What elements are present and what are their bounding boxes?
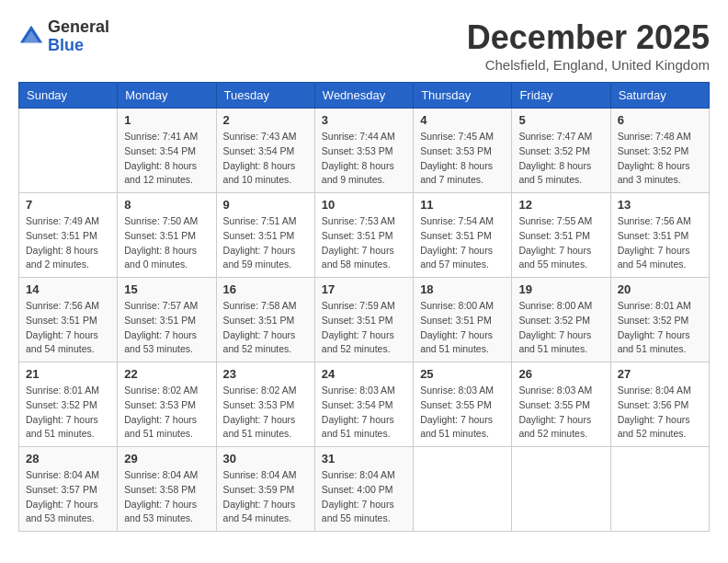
- calendar-cell: 24Sunrise: 8:03 AMSunset: 3:54 PMDayligh…: [314, 362, 413, 447]
- day-number: 31: [322, 452, 406, 465]
- day-info: Sunrise: 7:41 AMSunset: 3:54 PMDaylight:…: [124, 130, 209, 188]
- calendar-week-row: 21Sunrise: 8:01 AMSunset: 3:52 PMDayligh…: [19, 362, 710, 447]
- day-info: Sunrise: 7:50 AMSunset: 3:51 PMDaylight:…: [124, 214, 209, 272]
- day-number: 27: [618, 367, 702, 381]
- calendar-header-row: SundayMondayTuesdayWednesdayThursdayFrid…: [19, 83, 710, 109]
- day-info: Sunrise: 8:03 AMSunset: 3:55 PMDaylight:…: [420, 384, 505, 442]
- day-info: Sunrise: 8:04 AMSunset: 3:58 PMDaylight:…: [124, 468, 209, 526]
- day-number: 13: [618, 198, 702, 212]
- calendar-cell: 9Sunrise: 7:51 AMSunset: 3:51 PMDaylight…: [216, 193, 314, 278]
- calendar-cell: 25Sunrise: 8:03 AMSunset: 3:55 PMDayligh…: [414, 362, 512, 447]
- day-number: 24: [322, 367, 406, 381]
- calendar-cell: 30Sunrise: 8:04 AMSunset: 3:59 PMDayligh…: [216, 447, 314, 532]
- day-info: Sunrise: 7:53 AMSunset: 3:51 PMDaylight:…: [322, 214, 406, 272]
- day-info: Sunrise: 8:01 AMSunset: 3:52 PMDaylight:…: [618, 299, 702, 357]
- calendar-cell: 26Sunrise: 8:03 AMSunset: 3:55 PMDayligh…: [512, 362, 610, 447]
- day-number: 25: [420, 367, 505, 381]
- logo-icon: [18, 24, 44, 50]
- calendar-cell: [512, 447, 610, 532]
- day-info: Sunrise: 8:00 AMSunset: 3:51 PMDaylight:…: [420, 299, 505, 357]
- day-number: 1: [124, 113, 209, 127]
- day-of-week-header: Tuesday: [216, 83, 314, 109]
- calendar-cell: 6Sunrise: 7:48 AMSunset: 3:52 PMDaylight…: [610, 109, 709, 193]
- day-info: Sunrise: 7:45 AMSunset: 3:53 PMDaylight:…: [420, 130, 505, 188]
- calendar-week-row: 14Sunrise: 7:56 AMSunset: 3:51 PMDayligh…: [19, 278, 710, 362]
- day-number: 28: [26, 452, 110, 465]
- day-number: 7: [26, 198, 110, 212]
- calendar-cell: 16Sunrise: 7:58 AMSunset: 3:51 PMDayligh…: [216, 278, 314, 362]
- day-number: 23: [223, 367, 308, 381]
- calendar-cell: 4Sunrise: 7:45 AMSunset: 3:53 PMDaylight…: [414, 109, 512, 193]
- day-of-week-header: Monday: [118, 83, 216, 109]
- day-number: 12: [518, 198, 603, 212]
- calendar-cell: 11Sunrise: 7:54 AMSunset: 3:51 PMDayligh…: [414, 193, 512, 278]
- day-info: Sunrise: 8:02 AMSunset: 3:53 PMDaylight:…: [223, 384, 308, 442]
- day-info: Sunrise: 8:04 AMSunset: 4:00 PMDaylight:…: [322, 468, 406, 526]
- day-number: 19: [518, 282, 603, 296]
- day-number: 9: [223, 198, 308, 212]
- day-info: Sunrise: 7:47 AMSunset: 3:52 PMDaylight:…: [518, 130, 603, 188]
- calendar-cell: 14Sunrise: 7:56 AMSunset: 3:51 PMDayligh…: [19, 278, 118, 362]
- calendar-cell: 22Sunrise: 8:02 AMSunset: 3:53 PMDayligh…: [118, 362, 216, 447]
- day-number: 15: [124, 282, 209, 296]
- day-number: 26: [518, 367, 603, 381]
- day-info: Sunrise: 7:56 AMSunset: 3:51 PMDaylight:…: [618, 214, 702, 272]
- day-info: Sunrise: 7:43 AMSunset: 3:54 PMDaylight:…: [223, 130, 308, 188]
- location: Chelsfield, England, United Kingdom: [467, 57, 710, 73]
- day-info: Sunrise: 8:04 AMSunset: 3:59 PMDaylight:…: [223, 468, 308, 526]
- day-number: 11: [420, 198, 505, 212]
- calendar-week-row: 7Sunrise: 7:49 AMSunset: 3:51 PMDaylight…: [19, 193, 710, 278]
- calendar-cell: 5Sunrise: 7:47 AMSunset: 3:52 PMDaylight…: [512, 109, 610, 193]
- day-info: Sunrise: 8:04 AMSunset: 3:57 PMDaylight:…: [26, 468, 110, 526]
- calendar-cell: 29Sunrise: 8:04 AMSunset: 3:58 PMDayligh…: [118, 447, 216, 532]
- day-number: 8: [124, 198, 209, 212]
- day-number: 30: [223, 452, 308, 465]
- day-info: Sunrise: 7:48 AMSunset: 3:52 PMDaylight:…: [618, 130, 702, 188]
- day-info: Sunrise: 7:57 AMSunset: 3:51 PMDaylight:…: [124, 299, 209, 357]
- day-of-week-header: Friday: [512, 83, 610, 109]
- calendar-cell: 27Sunrise: 8:04 AMSunset: 3:56 PMDayligh…: [610, 362, 709, 447]
- day-info: Sunrise: 7:56 AMSunset: 3:51 PMDaylight:…: [26, 299, 110, 357]
- day-number: 22: [124, 367, 209, 381]
- day-number: 29: [124, 452, 209, 465]
- calendar-cell: 17Sunrise: 7:59 AMSunset: 3:51 PMDayligh…: [314, 278, 413, 362]
- calendar-week-row: 1Sunrise: 7:41 AMSunset: 3:54 PMDaylight…: [19, 109, 710, 193]
- day-of-week-header: Wednesday: [314, 83, 413, 109]
- calendar-cell: [610, 447, 709, 532]
- calendar-table: SundayMondayTuesdayWednesdayThursdayFrid…: [18, 82, 710, 532]
- day-info: Sunrise: 8:03 AMSunset: 3:54 PMDaylight:…: [322, 384, 406, 442]
- day-number: 4: [420, 113, 505, 127]
- day-info: Sunrise: 7:49 AMSunset: 3:51 PMDaylight:…: [26, 214, 110, 272]
- day-number: 2: [223, 113, 308, 127]
- calendar-cell: 19Sunrise: 8:00 AMSunset: 3:52 PMDayligh…: [512, 278, 610, 362]
- day-info: Sunrise: 7:54 AMSunset: 3:51 PMDaylight:…: [420, 214, 505, 272]
- calendar-cell: 18Sunrise: 8:00 AMSunset: 3:51 PMDayligh…: [414, 278, 512, 362]
- day-number: 5: [518, 113, 603, 127]
- day-number: 3: [322, 113, 406, 127]
- logo-text: General Blue: [48, 18, 109, 55]
- calendar-cell: 7Sunrise: 7:49 AMSunset: 3:51 PMDaylight…: [19, 193, 118, 278]
- calendar-week-row: 28Sunrise: 8:04 AMSunset: 3:57 PMDayligh…: [19, 447, 710, 532]
- page-header: General Blue December 2025 Chelsfield, E…: [18, 18, 710, 73]
- day-info: Sunrise: 7:44 AMSunset: 3:53 PMDaylight:…: [322, 130, 406, 188]
- calendar-cell: [414, 447, 512, 532]
- day-number: 14: [26, 282, 110, 296]
- day-info: Sunrise: 7:55 AMSunset: 3:51 PMDaylight:…: [518, 214, 603, 272]
- day-number: 17: [322, 282, 406, 296]
- calendar-cell: 12Sunrise: 7:55 AMSunset: 3:51 PMDayligh…: [512, 193, 610, 278]
- calendar-cell: 31Sunrise: 8:04 AMSunset: 4:00 PMDayligh…: [314, 447, 413, 532]
- calendar-cell: 20Sunrise: 8:01 AMSunset: 3:52 PMDayligh…: [610, 278, 709, 362]
- day-info: Sunrise: 7:51 AMSunset: 3:51 PMDaylight:…: [223, 214, 308, 272]
- calendar-cell: 13Sunrise: 7:56 AMSunset: 3:51 PMDayligh…: [610, 193, 709, 278]
- calendar-cell: 21Sunrise: 8:01 AMSunset: 3:52 PMDayligh…: [19, 362, 118, 447]
- day-info: Sunrise: 8:04 AMSunset: 3:56 PMDaylight:…: [618, 384, 702, 442]
- day-number: 21: [26, 367, 110, 381]
- day-info: Sunrise: 8:01 AMSunset: 3:52 PMDaylight:…: [26, 384, 110, 442]
- day-of-week-header: Saturday: [610, 83, 709, 109]
- logo: General Blue: [18, 18, 109, 55]
- calendar-cell: 10Sunrise: 7:53 AMSunset: 3:51 PMDayligh…: [314, 193, 413, 278]
- day-info: Sunrise: 7:58 AMSunset: 3:51 PMDaylight:…: [223, 299, 308, 357]
- day-of-week-header: Thursday: [414, 83, 512, 109]
- day-info: Sunrise: 7:59 AMSunset: 3:51 PMDaylight:…: [322, 299, 406, 357]
- day-info: Sunrise: 8:00 AMSunset: 3:52 PMDaylight:…: [518, 299, 603, 357]
